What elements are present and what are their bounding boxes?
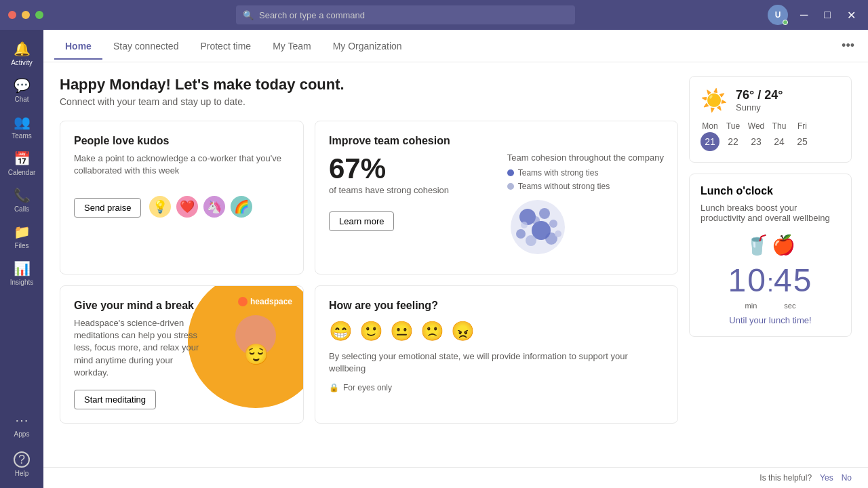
calls-icon: 📞: [14, 187, 31, 203]
avatar[interactable]: U: [768, 5, 788, 25]
sidebar-item-calendar[interactable]: 📅 Calendar: [3, 145, 41, 182]
sidebar-label-teams: Teams: [12, 132, 31, 140]
title-bar: 🔍 Search or type a command U ─ □ ✕: [0, 0, 868, 30]
emoji-sad[interactable]: 🙁: [420, 320, 444, 342]
cal-num-fri: 25: [793, 132, 812, 151]
sidebar-label-activity: Activity: [11, 59, 33, 66]
kudos-row: Send praise 💡 ❤️ 🦄 🌈: [74, 188, 290, 219]
start-meditating-button[interactable]: Start meditating: [74, 390, 156, 409]
learn-more-button[interactable]: Learn more: [329, 211, 394, 231]
sidebar-item-chat[interactable]: 💬 Chat: [3, 72, 41, 108]
sidebar-label-apps: Apps: [14, 430, 30, 438]
search-icon: 🔍: [243, 10, 254, 20]
calendar-icon: 📅: [14, 150, 31, 167]
lunch-visual: 🥤 🍎 10 : 45 min sec Until your lunch: [701, 234, 840, 325]
cal-label-thu: Thu: [772, 121, 787, 131]
legend-dot-strong: [507, 169, 514, 176]
tab-protect-time[interactable]: Protect time: [189, 33, 262, 60]
svg-point-9: [532, 216, 540, 224]
main-right: ☀️ 76° / 24° Sunny Mon 21 Tue: [689, 76, 852, 453]
until-lunch-link[interactable]: Until your lunch time!: [729, 315, 811, 325]
sidebar: 🔔 Activity 💬 Chat 👥 Teams 📅 Calendar 📞 C…: [0, 30, 43, 488]
sidebar-bottom: ⋯ Apps ? Help: [3, 407, 41, 483]
lunch-card: Lunch o'clock Lunch breaks boost your pr…: [689, 174, 852, 337]
more-tabs-button[interactable]: •••: [839, 36, 857, 56]
sidebar-item-files[interactable]: 📁 Files: [3, 218, 41, 255]
cal-day-fri: Fri 25: [793, 121, 812, 151]
title-bar-right: U ─ □ ✕: [768, 5, 860, 25]
chat-icon: 💬: [14, 77, 31, 94]
cal-label-fri: Fri: [797, 121, 807, 131]
cal-label-tue: Tue: [726, 121, 740, 131]
legend-weak: Teams without strong ties: [507, 182, 664, 191]
tab-home[interactable]: Home: [54, 33, 102, 60]
sidebar-item-help[interactable]: ? Help: [3, 446, 41, 483]
close-button[interactable]: ✕: [843, 7, 860, 23]
sidebar-item-apps[interactable]: ⋯ Apps: [3, 407, 41, 443]
kudos-icon-1: 💡: [148, 195, 172, 219]
app-container: 🔔 Activity 💬 Chat 👥 Teams 📅 Calendar 📞 C…: [0, 30, 868, 488]
helpful-no[interactable]: No: [842, 473, 852, 483]
cohesion-of-teams: of teams have strong cohesion: [329, 185, 494, 195]
cohesion-stat: 67% of teams have strong cohesion Learn …: [329, 152, 494, 260]
top-cards-row: People love kudos Make a point to acknow…: [60, 121, 678, 274]
footer-bar: Is this helpful? Yes No: [43, 467, 868, 488]
cal-num-mon: 21: [701, 132, 719, 151]
svg-point-7: [526, 235, 536, 246]
kudos-icon-2: ❤️: [175, 195, 199, 219]
title-bar-left: [8, 11, 43, 19]
calendar-row: Mon 21 Tue 22 Wed 23 Thu: [701, 121, 840, 151]
emoji-happy[interactable]: 🙂: [359, 320, 383, 342]
cal-num-thu: 24: [770, 132, 789, 151]
sidebar-item-calls[interactable]: 📞 Calls: [3, 182, 41, 218]
emoji-very-happy[interactable]: 😁: [329, 320, 353, 342]
maximize-button[interactable]: □: [820, 7, 835, 22]
drink-icon: 🥤: [745, 234, 769, 256]
minimize-button[interactable]: ─: [796, 7, 812, 22]
cohesion-card: Improve team cohesion 67% of teams have …: [315, 121, 678, 274]
sidebar-item-teams[interactable]: 👥 Teams: [3, 108, 41, 145]
emoji-neutral[interactable]: 😐: [390, 320, 414, 342]
content-area: Home Stay connected Protect time My Team…: [43, 30, 868, 488]
countdown-display: 10 : 45: [728, 262, 813, 299]
tab-stay-connected[interactable]: Stay connected: [102, 33, 190, 60]
min-label: min: [745, 302, 757, 310]
svg-point-2: [539, 208, 550, 219]
weather-card: ☀️ 76° / 24° Sunny Mon 21 Tue: [689, 76, 852, 163]
main-left: Happy Monday! Let's make today count. Co…: [60, 76, 678, 453]
send-praise-button[interactable]: Send praise: [74, 198, 141, 218]
search-bar[interactable]: 🔍 Search or type a command: [236, 5, 575, 24]
headspace-brand-name: headspace: [250, 297, 292, 306]
break-text: Give your mind a break Headspace's scien…: [74, 300, 290, 409]
legend-strong: Teams with strong ties: [507, 168, 664, 178]
headspace-brand: headspace: [238, 297, 292, 306]
sidebar-label-chat: Chat: [14, 96, 28, 103]
emoji-angry[interactable]: 😠: [451, 320, 475, 342]
network-bubble-chart: [507, 197, 568, 258]
cohesion-percentage: 67%: [329, 152, 494, 185]
feelings-card: How are you feeling? 😁 🙂 😐 🙁 😠 By select…: [315, 285, 678, 424]
insights-icon: 📊: [14, 260, 31, 277]
minimize-circle: [22, 11, 30, 19]
cal-label-mon: Mon: [702, 121, 717, 131]
help-icon: ?: [14, 451, 30, 468]
countdown-minutes: 10: [728, 262, 767, 299]
sidebar-item-insights[interactable]: 📊 Insights: [3, 255, 41, 291]
online-indicator: [783, 20, 788, 25]
headspace-logo-dot: [238, 297, 248, 306]
helpful-yes[interactable]: Yes: [820, 473, 833, 483]
tab-my-team[interactable]: My Team: [262, 33, 322, 60]
tab-my-organization[interactable]: My Organization: [322, 33, 413, 60]
kudos-icons: 💡 ❤️ 🦄 🌈: [148, 195, 254, 219]
teams-icon: 👥: [14, 114, 31, 130]
lunch-title: Lunch o'clock: [701, 185, 840, 197]
cohesion-title: Improve team cohesion: [329, 135, 664, 147]
sidebar-label-files: Files: [14, 242, 28, 249]
maximize-circle: [35, 11, 43, 19]
cal-num-wed: 23: [747, 132, 766, 151]
weather-icon: ☀️: [701, 87, 728, 113]
break-card: Give your mind a break Headspace's scien…: [60, 285, 304, 424]
privacy-text: For eyes only: [343, 383, 392, 392]
sidebar-item-activity[interactable]: 🔔 Activity: [3, 35, 41, 72]
countdown-labels: min sec: [745, 302, 796, 310]
